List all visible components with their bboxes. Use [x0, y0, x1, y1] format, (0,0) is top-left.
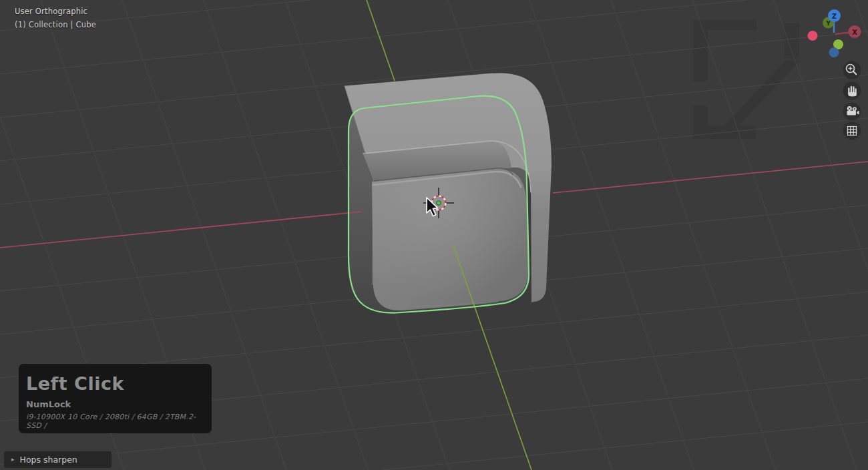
screencast-keys-panel: Left Click NumLock i9-10900X 10 Core / 2…: [19, 364, 212, 433]
nav-button-zoom[interactable]: [843, 61, 861, 79]
object-origin-dot: [437, 201, 441, 205]
svg-text:Z: Z: [832, 13, 837, 20]
operator-label: Hops sharpen: [20, 455, 77, 465]
operator-redo-panel[interactable]: ▸ Hops sharpen: [4, 451, 112, 468]
screencast-system-specs: i9-10900X 10 Core / 2080ti / 64GB / 2TBM…: [26, 413, 204, 430]
nav-button-camera[interactable]: [843, 103, 861, 121]
svg-text:Y: Y: [825, 20, 831, 27]
gizmo-x-axis[interactable]: X: [849, 25, 861, 38]
cube-front-face-sheen: [372, 169, 528, 310]
view-mode-label: User Orthographic: [15, 7, 87, 16]
breadcrumb: (1) Collection | Cube: [15, 20, 96, 29]
gizmo-neg-z-axis[interactable]: [829, 47, 839, 57]
screencast-modifier-label: NumLock: [26, 399, 204, 409]
gizmo-z-axis[interactable]: Z: [828, 9, 841, 22]
viewport-canvas[interactable]: Y Z X: [0, 0, 868, 470]
svg-text:X: X: [852, 29, 857, 36]
expand-arrow-icon[interactable]: ▸: [11, 457, 15, 463]
nav-button-pan[interactable]: [843, 82, 861, 100]
screencast-key-label: Left Click: [26, 375, 204, 393]
nav-button-ortho[interactable]: [843, 122, 861, 140]
gizmo-neg-x-axis[interactable]: [808, 31, 818, 41]
